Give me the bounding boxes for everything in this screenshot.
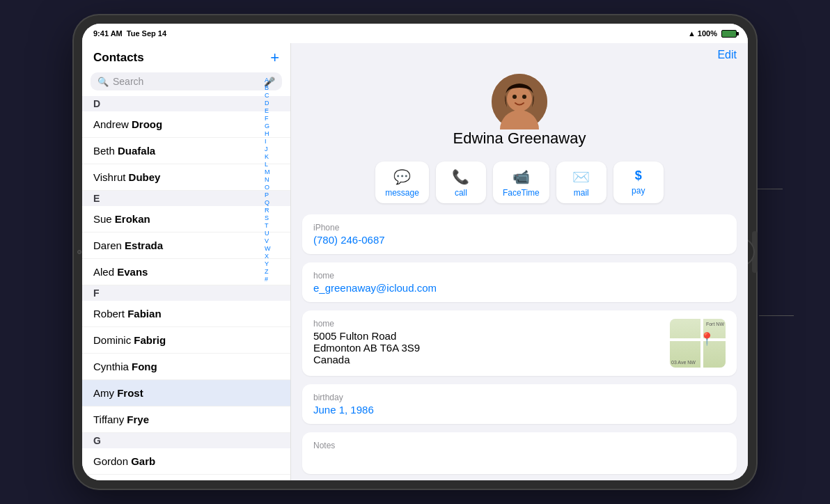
sidebar: Contacts + 🔍 Search 🎤 D Andrew Droog Bet… <box>82 43 291 480</box>
main-content: Contacts + 🔍 Search 🎤 D Andrew Droog Bet… <box>82 43 748 480</box>
contact-item-dominic-fabrig[interactable]: Dominic Fabrig <box>82 327 290 354</box>
map-label2: Fort NW <box>706 322 724 326</box>
contact-item-amy-frost[interactable]: Amy Frost <box>82 380 290 407</box>
birthday-card: birthday June 1, 1986 <box>302 384 737 424</box>
battery-icon <box>721 30 737 38</box>
notes-card: Notes <box>302 432 737 474</box>
map-label: 03 Ave NW <box>671 360 696 365</box>
phone-card: iPhone (780) 246-0687 <box>302 214 737 254</box>
detail-header: Edit <box>291 43 748 67</box>
email-label: home <box>313 271 726 281</box>
address-content: home 5005 Fulton Road Edmonton AB T6A 3S… <box>313 319 726 368</box>
contact-item-gordon-garb[interactable]: Gordon Garb <box>82 448 290 475</box>
contact-item-tiffany-frye[interactable]: Tiffany Frye <box>82 407 290 433</box>
action-buttons: 💬 message 📞 call 📹 FaceTime ✉️ <box>291 162 748 214</box>
search-icon: 🔍 <box>97 77 109 87</box>
phone-value[interactable]: (780) 246-0687 <box>313 234 726 246</box>
address-label: home <box>313 319 663 329</box>
contact-item-daren-estrada[interactable]: Daren Estrada <box>82 233 290 259</box>
call-button-label: call <box>455 188 467 198</box>
alpha-index[interactable]: ABCDE FGHIJ KLMNO PQRST UVWXY Z# <box>265 77 271 283</box>
contact-item-vishrut-dubey[interactable]: Vishrut Dubey <box>82 164 290 191</box>
svg-point-3 <box>512 95 517 99</box>
edit-button[interactable]: Edit <box>717 49 737 61</box>
ipad-screen: 9:41 AM Tue Sep 14 ▲ 100% <box>82 24 748 480</box>
search-bar[interactable]: 🔍 Search 🎤 <box>91 72 282 90</box>
email-card: home e_greenaway@icloud.com <box>302 262 737 302</box>
wifi-icon: ▲ 100% <box>688 29 717 38</box>
status-date: Tue Sep 14 <box>127 29 166 38</box>
contact-item-cynthia-fong[interactable]: Cynthia Fong <box>82 354 290 380</box>
svg-point-1 <box>507 86 532 111</box>
status-left: 9:41 AM Tue Sep 14 <box>93 29 166 38</box>
contacts-list: D Andrew Droog Beth Duafala Vishrut Dube… <box>82 96 290 480</box>
camera <box>77 250 81 254</box>
birthday-label: birthday <box>313 393 726 402</box>
info-cards: iPhone (780) 246-0687 home e_greenaway@i… <box>291 214 748 474</box>
email-value[interactable]: e_greenaway@icloud.com <box>313 282 726 294</box>
address-line3: Canada <box>313 354 663 365</box>
call-action-button[interactable]: 📞 call <box>436 162 486 203</box>
mail-icon: ✉️ <box>572 168 590 185</box>
contact-profile: Edwina Greenaway <box>291 67 748 162</box>
mail-action-button[interactable]: ✉️ mail <box>556 162 606 203</box>
status-time: 9:41 AM <box>93 29 123 38</box>
contact-item-andrew-droog[interactable]: Andrew Droog <box>82 111 290 138</box>
detail-pane: Edit <box>291 43 748 480</box>
sidebar-title: Contacts <box>93 51 144 65</box>
ipad-frame: 9:41 AM Tue Sep 14 ▲ 100% <box>74 15 756 489</box>
facetime-button-label: FaceTime <box>503 188 540 198</box>
map-pin: 📍 <box>699 331 714 347</box>
section-header-g: G <box>82 433 290 448</box>
contact-item-janelle-gee[interactable]: Janelle Gee <box>82 475 290 480</box>
notes-label: Notes <box>313 441 726 450</box>
contact-name: Edwina Greenaway <box>453 129 586 148</box>
section-header-d: D <box>82 96 290 111</box>
message-icon: 💬 <box>393 168 411 185</box>
svg-point-4 <box>522 95 526 99</box>
message-button-label: message <box>385 188 419 198</box>
address-line2: Edmonton AB T6A 3S9 <box>313 342 663 354</box>
pay-action-button[interactable]: $ pay <box>613 162 664 203</box>
search-input[interactable]: Search <box>113 76 260 87</box>
contact-item-sue-erokan[interactable]: Sue Erokan <box>82 206 290 233</box>
avatar <box>492 74 547 129</box>
status-bar: 9:41 AM Tue Sep 14 ▲ 100% <box>82 24 748 43</box>
map-thumbnail[interactable]: 📍 03 Ave NW Fort NW <box>670 319 726 368</box>
pay-icon: $ <box>635 168 642 183</box>
address-text: home 5005 Fulton Road Edmonton AB T6A 3S… <box>313 319 663 365</box>
message-action-button[interactable]: 💬 message <box>375 162 429 203</box>
status-right: ▲ 100% <box>688 29 737 38</box>
map-background: 📍 03 Ave NW Fort NW <box>670 319 726 368</box>
callout-maps-line <box>759 315 794 316</box>
sidebar-header: Contacts + <box>82 43 290 70</box>
section-header-f: F <box>82 285 290 301</box>
mail-button-label: mail <box>574 188 589 198</box>
call-icon: 📞 <box>452 168 469 185</box>
contact-item-aled-evans[interactable]: Aled Evans <box>82 259 290 285</box>
pay-button-label: pay <box>632 186 645 196</box>
scene: Send a message. Make a FaceTime call. Op… <box>0 0 830 504</box>
phone-label: iPhone <box>313 223 726 233</box>
address-line1: 5005 Fulton Road <box>313 330 663 342</box>
contact-item-robert-fabian[interactable]: Robert Fabian <box>82 301 290 327</box>
birthday-value: June 1, 1986 <box>313 404 726 416</box>
add-contact-button[interactable]: + <box>270 50 279 65</box>
contact-item-beth-duafala[interactable]: Beth Duafala <box>82 138 290 164</box>
facetime-action-button[interactable]: 📹 FaceTime <box>493 162 549 203</box>
map-road-horizontal <box>670 338 726 341</box>
section-header-e: E <box>82 191 290 206</box>
facetime-icon: 📹 <box>512 168 530 185</box>
address-card: home 5005 Fulton Road Edmonton AB T6A 3S… <box>302 310 737 376</box>
